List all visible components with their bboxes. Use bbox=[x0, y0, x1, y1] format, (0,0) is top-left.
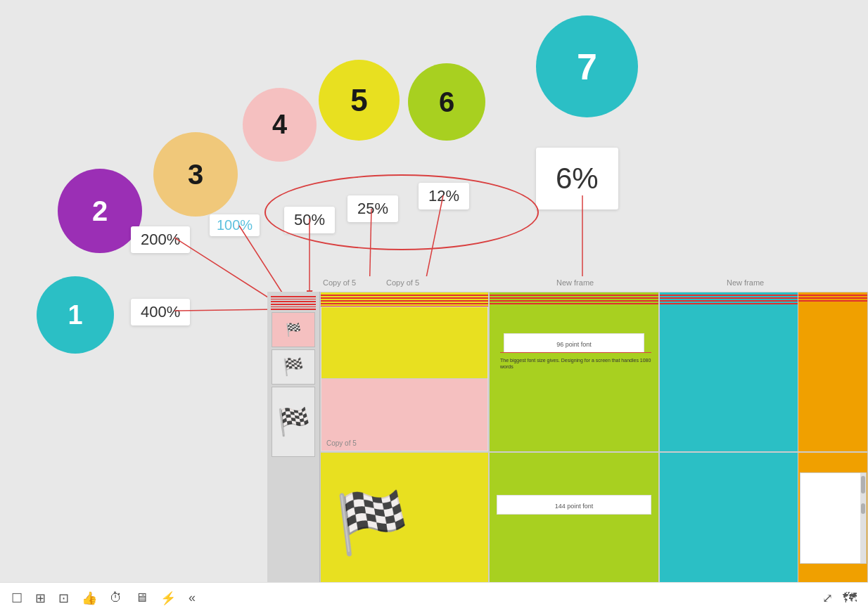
cell-yellow-top[interactable]: Copy of 5 bbox=[320, 292, 489, 452]
frame-label-newframe2: New frame bbox=[724, 276, 868, 292]
circle-5[interactable]: 5 bbox=[319, 60, 400, 141]
circle-6[interactable]: 6 bbox=[408, 63, 485, 141]
cell-orange-top[interactable] bbox=[798, 292, 868, 452]
frame-label-newframe1: New frame bbox=[554, 276, 724, 292]
svg-line-3 bbox=[239, 226, 287, 300]
thumb-1[interactable]: 🏁 bbox=[272, 312, 315, 347]
map-icon[interactable]: 🗺 bbox=[843, 590, 857, 606]
pct-12-label: 12% bbox=[419, 183, 469, 209]
circle-2[interactable]: 2 bbox=[58, 169, 142, 253]
pct-50-label: 50% bbox=[284, 207, 335, 233]
thumb-redlines bbox=[271, 295, 316, 310]
frame-label-copy5b: Copy of 5 bbox=[383, 276, 554, 292]
pct-6-label: 6% bbox=[536, 148, 618, 209]
pct-200-label: 200% bbox=[131, 226, 190, 253]
circle-3[interactable]: 3 bbox=[153, 132, 238, 217]
pct-25-label: 25% bbox=[347, 195, 398, 222]
toolbar-frame-icon[interactable]: ⊡ bbox=[58, 591, 69, 606]
toolbar-screen-icon[interactable]: 🖥 bbox=[135, 591, 148, 605]
toolbar-grid-icon[interactable]: ⊞ bbox=[35, 591, 46, 606]
toolbar-like-icon[interactable]: 👍 bbox=[82, 591, 97, 606]
expand-icon[interactable]: ⤢ bbox=[822, 591, 833, 606]
inner-144pt: 144 point font bbox=[555, 503, 594, 510]
toolbar-timer-icon[interactable]: ⏱ bbox=[110, 591, 122, 605]
bottom-toolbar: ☐ ⊞ ⊡ 👍 ⏱ 🖥 ⚡ « ⤢ 🗺 bbox=[0, 582, 868, 613]
circle-4[interactable]: 4 bbox=[243, 88, 317, 162]
thumbnail-sidebar: 🏁 🏁 🏁 bbox=[267, 292, 320, 613]
canvas-area: 1 2 3 4 5 6 7 400% 200% 100% 50% 25% 12%… bbox=[0, 0, 868, 613]
cell-copy5-label1: Copy of 5 bbox=[326, 439, 357, 447]
pct-100-label: 100% bbox=[210, 214, 260, 236]
thumb-3[interactable]: 🏁 bbox=[272, 387, 315, 457]
cell-yellow-content[interactable]: 96 point font The biggest font size give… bbox=[489, 292, 659, 452]
inner-arrow-text: The biggest font size gives. Designing f… bbox=[500, 357, 651, 370]
flag-large-icon: 🏁 bbox=[335, 488, 409, 558]
mini-white-panel bbox=[800, 472, 867, 564]
pct-400-label: 400% bbox=[131, 299, 190, 325]
toolbar-lightning-icon[interactable]: ⚡ bbox=[160, 591, 176, 606]
inner-96pt: 96 point font bbox=[556, 341, 592, 348]
toolbar-chevron-left-icon[interactable]: « bbox=[189, 591, 196, 605]
thumb-2[interactable]: 🏁 bbox=[272, 349, 315, 385]
frame-label-copy5a: Copy of 5 bbox=[320, 276, 383, 292]
toolbar-square-icon[interactable]: ☐ bbox=[11, 591, 23, 606]
frame-top-labels: Copy of 5 Copy of 5 New frame New frame bbox=[320, 276, 868, 292]
circle-1[interactable]: 1 bbox=[37, 276, 114, 354]
circle-7[interactable]: 7 bbox=[536, 15, 638, 117]
